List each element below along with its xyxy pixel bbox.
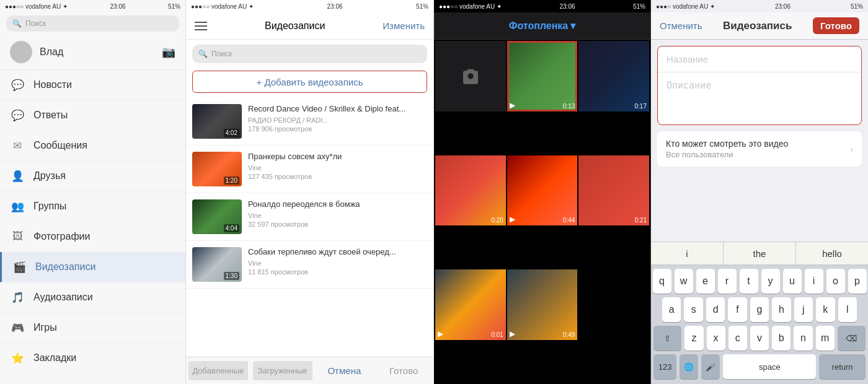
video-cam-icon: ▶ — [510, 101, 515, 110]
video-cell[interactable]: ▶ 0:44 — [507, 155, 578, 226]
key-v[interactable]: v — [750, 326, 769, 351]
keyboard-row-2: a s d f g h j k l — [651, 294, 868, 322]
edit-button[interactable]: Изменить — [383, 20, 425, 31]
video-cell[interactable]: ▶ 0:49 — [507, 269, 578, 340]
video-list-item[interactable]: 4:02 Record Dance Video / Skrillex & Dip… — [186, 98, 433, 146]
video-cell[interactable]: 0:13 ▶ — [507, 41, 578, 111]
sidebar-item-games[interactable]: 🎮 Игры — [0, 313, 185, 343]
video-cell[interactable]: ▶ 0:01 — [435, 269, 506, 340]
sidebar-item-photos[interactable]: 🖼 Фотографии — [0, 222, 185, 252]
photo-picker-panel: ●●●○○ vodafone AU ✦ 23:06 51% Фотопленка… — [434, 0, 651, 384]
key-r[interactable]: r — [718, 269, 737, 294]
sidebar-item-videos[interactable]: 🎬 Видеозаписи — [0, 252, 185, 282]
add-video-button[interactable]: + Добавить видеозапись — [192, 71, 427, 93]
username-label: Влад — [40, 46, 154, 58]
key-x[interactable]: x — [707, 326, 725, 351]
key-i[interactable]: i — [805, 269, 823, 294]
key-o[interactable]: o — [826, 269, 845, 294]
sidebar-panel: ●●●○○ vodafone AU ✦ 23:06 51% 🔍 Поиск Вл… — [0, 0, 186, 384]
sidebar-item-answers[interactable]: 💬 Ответы — [0, 100, 185, 131]
sidebar-statusbar: ●●●○○ vodafone AU ✦ 23:06 51% — [0, 0, 185, 12]
video-cell[interactable]: 0:17 — [578, 41, 649, 111]
backspace-key[interactable]: ⌫ — [838, 326, 866, 351]
video-list-item[interactable]: 4:04 Роналдо переоделся в бомжа Vine 32 … — [186, 193, 433, 241]
suggestion-the[interactable]: the — [724, 242, 796, 264]
video-statusbar: ●●●○○ vodafone AU ✦ 23:06 51% — [186, 0, 433, 12]
video-author: Vine — [248, 260, 427, 267]
sidebar-item-groups[interactable]: 👥 Группы — [0, 191, 185, 222]
sidebar-item-label: Игры — [33, 322, 57, 333]
mic-key[interactable]: 🎤 — [701, 354, 720, 379]
suggestion-i[interactable]: i — [651, 242, 724, 264]
key-w[interactable]: w — [675, 269, 693, 294]
sidebar-item-news[interactable]: 💬 Новости — [0, 70, 185, 100]
done-button[interactable]: Готово — [374, 357, 433, 384]
video-cell[interactable]: 0:20 — [435, 155, 506, 226]
camera-icon[interactable]: 📷 — [162, 45, 175, 59]
suggestion-hello[interactable]: hello — [796, 242, 868, 264]
sidebar-item-audio[interactable]: 🎵 Аудиозаписи — [0, 282, 185, 313]
sidebar-item-messages[interactable]: ✉ Сообщения — [0, 131, 185, 161]
key-p[interactable]: p — [848, 269, 867, 294]
picker-statusbar: ●●●○○ vodafone AU ✦ 23:06 51% — [434, 0, 650, 12]
messages-icon: ✉ — [10, 138, 25, 153]
privacy-setting[interactable]: Кто может смотреть это видео Все пользов… — [657, 131, 862, 167]
cell-duration: 0:17 — [635, 103, 647, 110]
video-list-item[interactable]: 1:30 Собаки терпеливо ждут своей очеред.… — [186, 241, 433, 289]
key-a[interactable]: a — [662, 297, 681, 322]
sidebar-item-friends[interactable]: 👤 Друзья — [0, 161, 185, 191]
numbers-key[interactable]: 123 — [653, 354, 676, 379]
sidebar-battery: 51% — [168, 3, 180, 10]
sidebar-search-input[interactable]: 🔍 Поиск — [6, 15, 179, 32]
key-z[interactable]: z — [684, 326, 703, 351]
video-desc-input[interactable] — [658, 72, 861, 122]
key-s[interactable]: s — [684, 297, 702, 322]
hamburger-menu-button[interactable] — [195, 22, 207, 30]
key-d[interactable]: d — [706, 297, 725, 322]
video-list-item[interactable]: 1:20 Пранкеры совсем аху*ли Vine 127 435… — [186, 146, 433, 193]
upload-form-panel: ●●●○ vodafone AU ✦ 23:06 51% Отменить Ви… — [651, 0, 868, 384]
user-profile-row[interactable]: Влад 📷 — [0, 35, 185, 70]
bookmarks-icon: ⭐ — [10, 351, 25, 365]
video-name-input[interactable] — [658, 46, 861, 72]
globe-key[interactable]: 🌐 — [680, 354, 698, 379]
shift-key[interactable]: ⇧ — [653, 326, 681, 351]
key-n[interactable]: n — [794, 326, 812, 351]
video-views: 11 815 просмотров — [248, 268, 427, 276]
video-cell[interactable]: 0:21 — [578, 155, 649, 226]
key-h[interactable]: h — [772, 297, 790, 322]
key-y[interactable]: y — [761, 269, 780, 294]
picker-carrier: ●●●○○ vodafone AU ✦ — [439, 3, 502, 10]
key-e[interactable]: e — [696, 269, 715, 294]
upload-cancel-button[interactable]: Отменить — [660, 20, 702, 31]
video-panel-title: Видеозаписи — [265, 20, 325, 32]
return-key[interactable]: return — [819, 354, 866, 379]
camera-cell[interactable] — [435, 41, 506, 111]
sidebar-item-bookmarks[interactable]: ⭐ Закладки — [0, 343, 185, 373]
answers-icon: 💬 — [10, 108, 25, 123]
key-m[interactable]: m — [816, 326, 835, 351]
key-t[interactable]: t — [740, 269, 758, 294]
key-j[interactable]: j — [794, 297, 813, 322]
key-q[interactable]: q — [653, 269, 671, 294]
key-g[interactable]: g — [750, 297, 769, 322]
sidebar-search-placeholder: Поиск — [25, 19, 46, 28]
key-c[interactable]: c — [728, 326, 747, 351]
video-search-input[interactable]: 🔍 Поиск — [192, 45, 427, 63]
space-key[interactable]: space — [723, 354, 816, 379]
key-l[interactable]: l — [838, 297, 857, 322]
cancel-button[interactable]: Отмена — [315, 357, 374, 384]
key-k[interactable]: k — [816, 297, 835, 322]
tab-uploaded[interactable]: Загруженные — [253, 361, 312, 380]
key-u[interactable]: u — [783, 269, 802, 294]
sidebar-item-label: Ответы — [33, 110, 68, 121]
key-f[interactable]: f — [728, 297, 746, 322]
upload-time: 23:06 — [775, 3, 790, 10]
album-title[interactable]: Фотопленка ▾ — [509, 20, 576, 32]
video-info: Пранкеры совсем аху*ли Vine 127 435 прос… — [248, 152, 427, 180]
sidebar-searchbar: 🔍 Поиск — [0, 12, 185, 35]
upload-done-button[interactable]: Готово — [813, 17, 859, 34]
upload-statusbar: ●●●○ vodafone AU ✦ 23:06 51% — [651, 0, 868, 12]
key-b[interactable]: b — [772, 326, 790, 351]
tab-added[interactable]: Добавленные — [188, 361, 248, 380]
